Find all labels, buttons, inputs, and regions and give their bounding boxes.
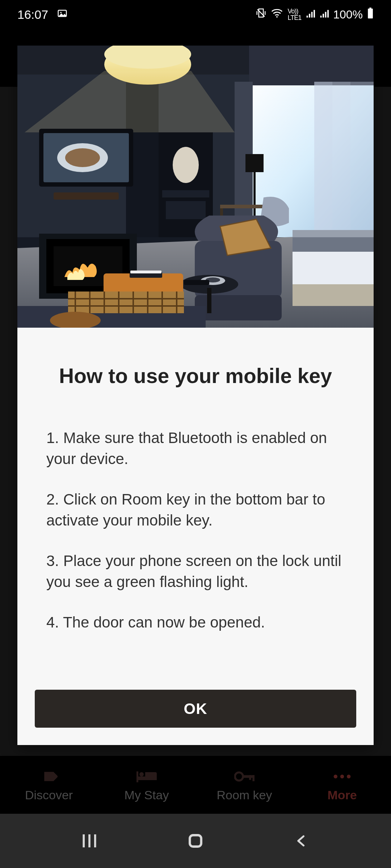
tab-label: Discover [25,788,73,802]
step-2: 2. Click on Room key in the bottom bar t… [46,489,345,531]
svg-point-32 [65,148,100,167]
clock-text: 16:07 [17,8,48,22]
svg-rect-23 [332,82,350,244]
svg-rect-4 [368,9,373,18]
step-4: 4. The door can now be opened. [46,612,345,633]
bed-icon [136,768,157,785]
svg-rect-40 [166,201,206,219]
battery-icon [367,8,374,21]
svg-point-38 [173,147,199,183]
svg-rect-47 [293,237,374,252]
modal-title: How to use your mobile key [46,364,345,388]
ok-button[interactable]: OK [35,690,356,728]
svg-point-2 [276,16,278,18]
svg-rect-24 [350,82,374,244]
svg-rect-39 [162,190,209,197]
tag-icon [40,768,58,785]
svg-point-8 [235,772,243,780]
svg-rect-11 [252,775,255,781]
status-bar: 16:07 Vo)) LTE1 100% [0,0,391,29]
tab-mystay[interactable]: My Stay [98,768,196,802]
svg-point-7 [139,772,144,776]
svg-rect-64 [68,292,184,313]
svg-point-1 [60,12,62,13]
recents-button[interactable] [68,828,111,854]
bottom-tab-bar: Discover My Stay Room key More [0,756,391,814]
svg-rect-79 [190,835,201,847]
svg-point-14 [347,774,350,778]
svg-rect-22 [314,82,332,244]
key-icon [234,768,255,785]
svg-rect-3 [369,8,371,9]
tab-more[interactable]: More [293,768,391,802]
android-nav-bar [0,814,391,868]
svg-rect-41 [245,154,264,172]
svg-rect-6 [136,776,157,780]
tab-discover[interactable]: Discover [0,768,98,802]
signal-icon-1 [306,8,315,21]
step-1: 1. Make sure that Bluetooth is enabled o… [46,427,345,469]
wifi-icon [271,8,283,21]
svg-rect-48 [293,252,374,288]
home-button[interactable] [174,828,217,854]
tab-roomkey[interactable]: Room key [196,768,293,802]
svg-rect-55 [207,288,211,313]
tab-label: More [327,788,357,802]
volte-label: Vo)) LTE1 [287,8,301,21]
step-3: 3. Place your phone screen on the lock u… [46,550,345,592]
svg-rect-33 [54,192,119,200]
hero-image [17,46,374,328]
picture-icon [57,8,68,22]
svg-rect-62 [130,271,161,273]
instruction-steps: 1. Make sure that Bluetooth is enabled o… [46,427,345,633]
back-button[interactable] [280,828,323,854]
mobile-key-help-modal: How to use your mobile key 1. Make sure … [17,46,374,745]
signal-icon-2 [319,8,329,21]
modal-body: How to use your mobile key 1. Make sure … [17,328,374,679]
more-icon [333,768,352,785]
svg-rect-43 [220,205,267,208]
tab-label: Room key [216,788,272,802]
svg-point-13 [340,774,344,778]
svg-point-12 [334,774,337,778]
tab-label: My Stay [125,788,169,802]
svg-rect-49 [293,284,374,306]
vibrate-icon [256,8,266,21]
svg-rect-58 [184,280,209,285]
svg-rect-10 [249,775,251,780]
battery-text: 100% [333,8,363,21]
